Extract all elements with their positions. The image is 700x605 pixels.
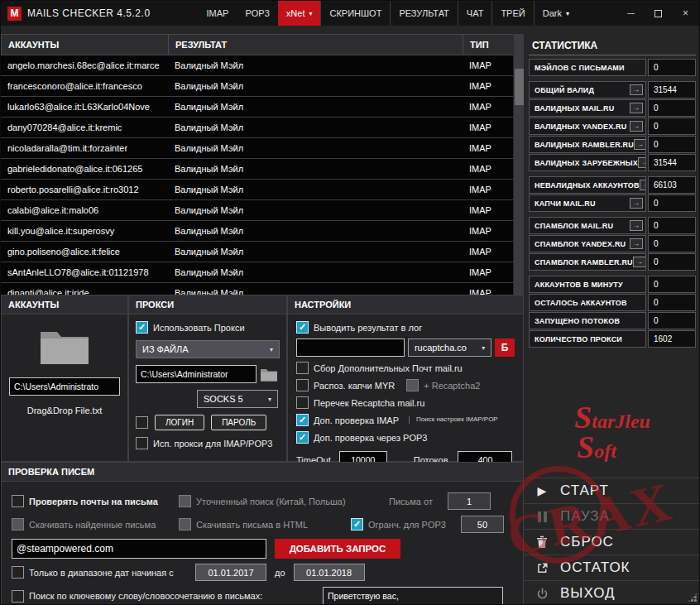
cell-type: IMAP (463, 102, 502, 112)
menu-item-chat[interactable]: ЧАТ (458, 1, 492, 26)
captcha-key-field[interactable] (296, 339, 405, 357)
export-arrow-icon[interactable]: → (633, 257, 646, 267)
file-path-field[interactable]: C:\Users\Administrato (9, 377, 120, 396)
table-row[interactable]: kill.you@alice.it:superosvy Валидный Мэй… (1, 221, 524, 242)
add-query-button[interactable]: ДОБАВИТЬ ЗАПРОС (275, 539, 400, 559)
cell-type: IMAP (463, 122, 502, 132)
table-row[interactable]: roberto.posarelli@alice.it:ro3012 Валидн… (1, 180, 524, 200)
maximize-button[interactable] (645, 1, 672, 26)
export-arrow-icon[interactable]: → (634, 139, 646, 150)
cell-account: kill.you@alice.it:superosvy (1, 226, 168, 236)
captcha-service-select[interactable]: rucaptcha.co ▾ (408, 339, 491, 357)
imap-check-checkbox[interactable]: ✓ Доп. проверка IMAP (296, 414, 399, 426)
recaptcha2-checkbox[interactable]: + Recaptcha2 (406, 379, 480, 391)
letters-from-field[interactable]: 1 (448, 492, 491, 510)
proxy-type-select[interactable]: SOCKS 5 ▾ (197, 390, 278, 408)
export-arrow-icon[interactable]: → (630, 103, 643, 113)
table-row[interactable]: angelo.marchesi.68ec@alice.it:marce Вали… (1, 55, 524, 76)
table-row[interactable]: calabi@alice.it:malo06 Валидный Мэйл IMA… (1, 200, 524, 221)
browse-folder-icon[interactable] (260, 367, 278, 382)
proxy-source-select[interactable]: ИЗ ФАЙЛА ▾ (136, 340, 280, 358)
action-buttons: ▶ СТАРТ ПАУЗА СБРОС ОСТАТОК (524, 478, 700, 605)
export-arrow-icon[interactable]: → (630, 198, 643, 209)
menu-item-tray[interactable]: ТРЕЙ (491, 1, 533, 26)
cell-result: Валидный Мэйл (168, 247, 463, 257)
export-note-icon (535, 562, 549, 574)
minimize-button[interactable]: ─ (617, 1, 645, 26)
query-field[interactable]: @steampowered.com (12, 539, 266, 559)
column-header-type[interactable]: ТИП (463, 35, 503, 55)
export-arrow-icon[interactable]: → (630, 121, 643, 132)
download-html-checkbox[interactable]: Скачивать письма в HTML (179, 518, 341, 531)
checkbox-label: Скачивать письма в HTML (196, 520, 308, 530)
pop3-limit-field[interactable]: 50 (461, 516, 504, 533)
date-range-checkbox[interactable]: Только в диапазоне дат начиная с (12, 566, 195, 579)
table-scrollbar[interactable] (513, 34, 524, 295)
exit-button[interactable]: ВЫХОД (524, 580, 700, 605)
checkbox-label: Использовать Прокси (153, 323, 245, 333)
menu-item-screenshot[interactable]: СКРИНШОТ (320, 1, 390, 26)
pause-button[interactable]: ПАУЗА (524, 503, 700, 529)
balance-button[interactable]: Б (495, 339, 515, 357)
recognize-captcha-checkbox[interactable]: Распоз. капчи MYR (296, 379, 395, 391)
export-arrow-icon[interactable]: → (638, 157, 646, 168)
date-to-field[interactable]: 01.01.2018 (294, 564, 365, 581)
scrollbar-thumb[interactable] (515, 69, 524, 105)
table-row[interactable]: dinanti@alice.it:iride Валидный Мэйл IMA… (1, 283, 524, 295)
table-row[interactable]: sAntAnleLLO78@alice.it:01121978 Валидный… (1, 262, 524, 283)
checkbox-box-icon (12, 566, 24, 579)
stat-row: ОСТАЛОСЬ АККАУНТОВ 0 (529, 294, 696, 311)
checkbox-box-icon: ✓ (351, 518, 363, 531)
stat-value: 0 (648, 312, 696, 329)
table-row[interactable]: nicoladaralla@tim.it:forzainter Валидный… (1, 138, 524, 159)
stat-label: НЕВАЛИДНЫХ АККАУНТОВ → (529, 176, 646, 194)
proxy-auth-checkbox[interactable] (136, 416, 148, 429)
menu-item-result[interactable]: РЕЗУЛЬТАТ (390, 1, 457, 26)
table-row[interactable]: lukarlo63@alice.it:L63Karlo04Nove Валидн… (1, 97, 524, 118)
folder-icon[interactable] (39, 328, 90, 366)
proxy-for-imap-checkbox[interactable]: Исп. прокси для IMAP/POP3 (136, 437, 280, 449)
collect-mails-checkbox[interactable]: Сбор Дополнительных Почт mail.ru (296, 362, 515, 374)
pop3-limit-checkbox[interactable]: ✓ Огранч. для POP3 (351, 518, 446, 531)
start-button[interactable]: ▶ СТАРТ (524, 478, 700, 503)
xnet-menu-button[interactable]: xNet ▾ (278, 1, 321, 26)
table-row[interactable]: dany070284@alice.it:kremic Валидный Мэйл… (1, 118, 524, 138)
date-from-field[interactable]: 01.01.2017 (195, 564, 266, 581)
export-arrow-icon[interactable]: → (630, 220, 643, 231)
checkbox-box-icon (296, 379, 309, 391)
reset-button[interactable]: СБРОС (524, 529, 700, 555)
cell-account: francesconoro@alice.it:francesco (1, 81, 168, 91)
stat-label: АККАУНТОВ В МИНУТУ (529, 276, 646, 293)
column-header-result[interactable]: РЕЗУЛЬТАТ (169, 35, 463, 55)
theme-select[interactable]: Dark ▾ (534, 1, 578, 26)
recheck-recaptcha-checkbox[interactable]: Перечек Recaptcha mail.ru (296, 396, 515, 409)
minimize-icon: ─ (627, 7, 635, 19)
menu-item-imap[interactable]: IMAP (199, 1, 237, 26)
close-icon: × (683, 7, 688, 19)
export-arrow-icon[interactable]: → (640, 180, 646, 190)
keyword-field[interactable]: Приветствую вас, (323, 587, 503, 605)
pop3-check-checkbox[interactable]: ✓ Доп. проверка через POP3 (296, 431, 515, 444)
export-arrow-icon[interactable]: → (630, 84, 643, 95)
use-proxy-checkbox[interactable]: ✓ Использовать Прокси (136, 321, 280, 334)
proxy-panel-body: ✓ Использовать Прокси ИЗ ФАЙЛА ▾ C:\User… (129, 315, 286, 456)
table-row[interactable]: gino.poliseno@alice.it:felice Валидный М… (1, 242, 524, 262)
export-arrow-icon[interactable]: → (630, 238, 643, 249)
cell-account: nicoladaralla@tim.it:forzainter (1, 143, 168, 153)
chevron-down-icon: ▾ (566, 10, 569, 17)
download-found-checkbox[interactable]: Скачивать найденные письма (12, 518, 179, 531)
rest-button[interactable]: ОСТАТОК (524, 555, 700, 580)
keyword-search-checkbox[interactable]: Поиск по ключевому слову/словосочетанию … (12, 590, 323, 603)
refined-search-checkbox[interactable]: Уточненный поиск (Китай, Польша) (179, 495, 377, 507)
password-button[interactable]: ПАРОЛЬ (211, 415, 266, 430)
menu-item-pop3[interactable]: POP3 (237, 1, 277, 26)
close-button[interactable]: × (672, 1, 699, 26)
log-output-checkbox[interactable]: ✓ Выводить результат в лог (296, 321, 515, 334)
table-row[interactable]: francesconoro@alice.it:francesco Валидны… (1, 76, 524, 97)
login-button[interactable]: ЛОГИН (155, 415, 204, 430)
column-header-accounts[interactable]: АККАУНТЫ (2, 35, 169, 55)
stat-value: 66103 (648, 176, 696, 194)
table-row[interactable]: gabrieledidonato@alice.it:061265 Валидны… (1, 159, 524, 180)
proxy-path-field[interactable]: C:\Users\Administrator (136, 365, 257, 383)
check-mails-checkbox[interactable]: Проверять почты на письма (12, 495, 179, 507)
